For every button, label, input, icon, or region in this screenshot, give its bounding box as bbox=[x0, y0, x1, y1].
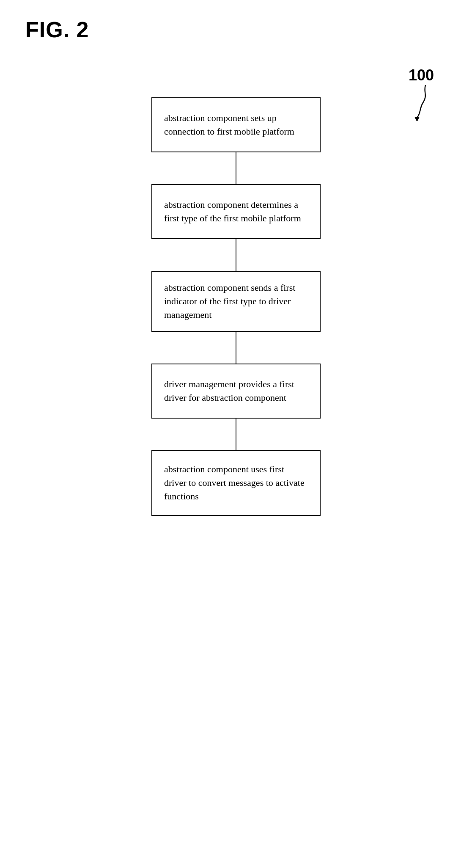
ref-100-arrow bbox=[400, 83, 434, 121]
flow-wrapper: abstraction component sets up connection… bbox=[0, 97, 472, 516]
svg-marker-0 bbox=[414, 117, 420, 121]
page-container: FIG. 2 100 abstraction component sets up… bbox=[0, 0, 472, 868]
connector-4-5 bbox=[236, 419, 236, 450]
step-box-s4: driver management provides a first drive… bbox=[151, 364, 321, 419]
step-row-s3: abstraction component sends a first indi… bbox=[0, 271, 472, 332]
step-text-s5: abstraction component uses first driver … bbox=[164, 463, 308, 503]
step-row-s2: abstraction component determines a first… bbox=[0, 184, 472, 239]
step-row-s5: abstraction component uses first driver … bbox=[0, 450, 472, 516]
connector-2-3 bbox=[236, 239, 236, 271]
step-row-s4: driver management provides a first drive… bbox=[0, 364, 472, 419]
ref-100-label: 100 bbox=[409, 68, 434, 83]
ref-100-annotation: 100 bbox=[400, 68, 434, 121]
step-box-s3: abstraction component sends a first indi… bbox=[151, 271, 321, 332]
step-text-s3: abstraction component sends a first indi… bbox=[164, 281, 308, 322]
connector-1-2 bbox=[236, 152, 236, 184]
step-box-s5: abstraction component uses first driver … bbox=[151, 450, 321, 516]
step-box-s2: abstraction component determines a first… bbox=[151, 184, 321, 239]
connector-3-4 bbox=[236, 332, 236, 364]
figure-title: FIG. 2 bbox=[25, 17, 89, 42]
step-text-s1: abstraction component sets up connection… bbox=[164, 111, 308, 138]
step-text-s2: abstraction component determines a first… bbox=[164, 198, 308, 225]
step-box-s1: abstraction component sets up connection… bbox=[151, 97, 321, 152]
diagram-container: 100 abstraction component sets up connec… bbox=[0, 68, 472, 516]
step-text-s4: driver management provides a first drive… bbox=[164, 378, 308, 405]
